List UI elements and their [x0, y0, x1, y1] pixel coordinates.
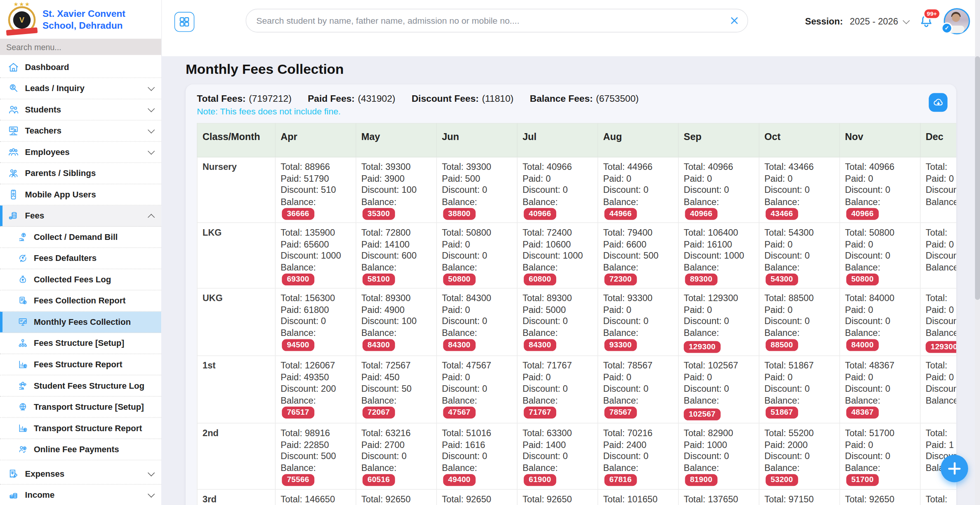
- table-header-row: Class/MonthAprMayJunJulAugSepOctNovDec: [197, 123, 956, 157]
- balance-badge: 72067: [363, 407, 395, 419]
- main-content: Monthly Fees Collection Total Fees:(7197…: [161, 56, 980, 505]
- sidebar-item-fees-collection-report[interactable]: Fees Collection Report: [0, 290, 161, 312]
- balance-badge: 36666: [282, 208, 314, 220]
- apps-grid-button[interactable]: [175, 12, 194, 32]
- sidebar-item-collect-demand-bill[interactable]: Collect / Demand Bill: [0, 227, 161, 248]
- sidebar-item-student-fees-structure-log[interactable]: Student Fees Structure Log: [0, 375, 161, 397]
- scrollbar-thumb[interactable]: [975, 56, 980, 300]
- column-header: Aug: [598, 123, 679, 157]
- fees-cell: Total:Paid:0Discount:Balance:: [920, 157, 956, 223]
- sidebar-item-fees-structure-setup[interactable]: Fees Structure [Setup]: [0, 333, 161, 354]
- sidebar-item-label: Teachers: [25, 126, 61, 135]
- sidebar-item-transport-structure-report[interactable]: Transport Structure Report: [0, 418, 161, 439]
- balance-badge: 54300: [766, 274, 798, 285]
- session-label: Session:: [805, 16, 843, 26]
- column-header: Class/Month: [197, 123, 275, 157]
- balance-fees-stat: Balance Fees:(6753500): [530, 93, 639, 104]
- balance-badge: 49400: [443, 474, 476, 486]
- user-avatar[interactable]: ✓: [944, 8, 970, 34]
- chevron-down-icon: [148, 126, 155, 133]
- balance-badge: 75566: [282, 474, 314, 486]
- balance-badge: 94500: [282, 339, 314, 351]
- column-header: Apr: [275, 123, 356, 157]
- parents-icon: [8, 168, 20, 179]
- sidebar-item-employees[interactable]: Employees: [0, 142, 161, 163]
- balance-badge: 43466: [766, 208, 798, 220]
- sidebar-item-fees-defaulters[interactable]: Fees Defaulters: [0, 248, 161, 269]
- sidebar-item-online-fee-payments[interactable]: Online Fee Payments: [0, 439, 161, 461]
- online-icon: [18, 444, 28, 455]
- session-selector[interactable]: Session: 2025 - 2026: [805, 16, 909, 26]
- fees-cell: Total:Paid:0Discount:Balance:: [920, 489, 956, 505]
- sidebar-item-monthly-fees-collection[interactable]: Monthly Fees Collection: [0, 312, 161, 333]
- chevron-down-icon: [148, 469, 155, 476]
- sidebar-item-label: Fees Collection Report: [34, 296, 126, 305]
- paid-fees-stat: Paid Fees:(431902): [308, 93, 395, 104]
- fees-cell: Total:146650Paid:750Discount:0Balance:14…: [275, 489, 356, 505]
- sidebar-item-label: Collected Fees Log: [34, 275, 111, 284]
- fees-cell: Total:54300Paid:0Discount:0Balance:54300: [759, 223, 840, 288]
- sidebar-item-parents-siblings[interactable]: Parents / Siblings: [0, 163, 161, 184]
- page-title: Monthly Fees Collection: [186, 61, 980, 77]
- sidebar-item-fees[interactable]: Fees: [0, 205, 161, 227]
- collect-icon: [18, 232, 28, 243]
- sidebar-item-label: Fees: [25, 211, 44, 220]
- fees-cell: Total:129300Paid:0Discount:0Balance:1293…: [678, 288, 759, 355]
- sidebar-item-dashboard[interactable]: Dashboard: [0, 57, 161, 78]
- balance-badge: 89300: [685, 274, 717, 285]
- sidebar-item-label: Fees Defaulters: [34, 254, 96, 263]
- fees-cell: Total:39300Paid:3900Discount:100Balance:…: [356, 157, 437, 223]
- add-button[interactable]: [941, 455, 968, 482]
- sidebar-item-label: Monthly Fees Collection: [34, 317, 131, 326]
- fees-cell: Total:Paid:0Discount:Balance:: [920, 223, 956, 288]
- fees-cell: Total:82900Paid:1000Discount:0Balance:81…: [678, 423, 759, 489]
- sidebar-item-label: Income: [25, 490, 54, 500]
- topbar-right: Session: 2025 - 2026 99+ ✓: [805, 0, 970, 42]
- transport-icon: [18, 402, 28, 412]
- sidebar-menu: DashboardLeads / InquiryStudentsTeachers…: [0, 57, 161, 505]
- sidebar-item-teachers[interactable]: Teachers: [0, 121, 161, 142]
- fees-cell: Total:72567Paid:450Discount:50Balance:72…: [356, 356, 437, 423]
- fees-cell: Total:Paid:0Discount:Balance:129300: [920, 288, 956, 355]
- fees-summary: Total Fees:(7197212) Paid Fees:(431902) …: [197, 93, 956, 104]
- fees-cell: Total:51867Paid:0Discount:0Balance:51867: [759, 356, 840, 423]
- sidebar-item-leads-inquiry[interactable]: Leads / Inquiry: [0, 78, 161, 99]
- monitor-icon: [18, 317, 28, 327]
- sidebar-item-label: Fees Structure [Setup]: [34, 339, 124, 348]
- sidebar-item-fees-structure-report[interactable]: Fees Structure Report: [0, 354, 161, 376]
- sidebar-item-collected-fees-log[interactable]: Collected Fees Log: [0, 269, 161, 291]
- clear-search-icon[interactable]: [729, 15, 740, 26]
- notifications-button[interactable]: 99+: [918, 13, 934, 29]
- column-header: Oct: [759, 123, 840, 157]
- balance-badge: 48367: [846, 407, 879, 419]
- sidebar-item-mobile-app-users[interactable]: Mobile App Users: [0, 184, 161, 206]
- fees-cell: Total:89300Paid:5000Discount:0Balance:84…: [517, 288, 598, 355]
- student-search-input[interactable]: [246, 9, 747, 32]
- school-header: V St. Xavier Convent School, Dehradun: [0, 0, 161, 39]
- fees-cell: Total:40966Paid:0Discount:0Balance:40966: [840, 157, 920, 223]
- sidebar-item-students[interactable]: Students: [0, 99, 161, 121]
- sidebar-item-label: Fees Structure Report: [34, 360, 122, 369]
- chevron-down-icon: [148, 148, 155, 155]
- fees-cell: Total:63300Paid:1400Discount:0Balance:61…: [517, 423, 598, 489]
- chevron-down-icon: [148, 105, 155, 112]
- sidebar-item-expenses[interactable]: Expenses: [0, 463, 161, 485]
- sidebar-item-income[interactable]: Income: [0, 485, 161, 505]
- class-name-cell: 3rd: [197, 489, 275, 505]
- school-logo: V: [8, 6, 36, 34]
- sidebar-item-label: Leads / Inquiry: [25, 84, 85, 93]
- menu-search-input[interactable]: [0, 39, 161, 55]
- fees-cell: Total:55200Paid:2000Discount:0Balance:53…: [759, 423, 840, 489]
- fees-cell: Total:97150Paid:0Discount:0Balance:97150: [759, 489, 840, 505]
- sidebar-item-transport-structure-setup[interactable]: Transport Structure [Setup]: [0, 397, 161, 418]
- fees-cell: Total:70216Paid:2400Discount:0Balance:67…: [598, 423, 679, 489]
- class-name-cell: Nursery: [197, 157, 275, 223]
- fees-cell: Total:39300Paid:500Discount:0Balance:388…: [436, 157, 517, 223]
- fees-cell: Total:79400Paid:6600Discount:500Balance:…: [598, 223, 679, 288]
- fees-cell: Total:101650Paid:0Discount:0Balance:1016…: [598, 489, 679, 505]
- page-scrollbar: [975, 0, 980, 505]
- balance-badge: 84300: [363, 339, 395, 351]
- export-button[interactable]: [929, 93, 947, 112]
- topbar: Session: 2025 - 2026 99+ ✓: [161, 0, 980, 56]
- class-name-cell: LKG: [197, 223, 275, 288]
